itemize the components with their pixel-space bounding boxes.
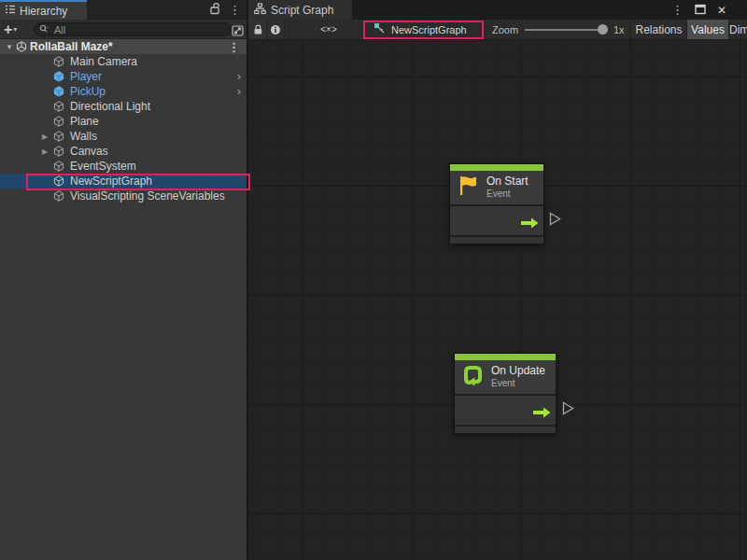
annotation-box-toolbar: [363, 21, 484, 39]
zoom-label: Zoom: [492, 24, 518, 35]
prefab-cube-icon: [53, 71, 64, 85]
script-graph-toolbar: <×> NewScriptGraph Zoom 1x Relations Val…: [248, 20, 747, 40]
foldout-collapsed-icon[interactable]: ▶: [42, 147, 48, 156]
tree-item-eventsystem[interactable]: EventSystem: [0, 159, 247, 174]
code-preview-button[interactable]: <×>: [312, 20, 345, 39]
hierarchy-tab-label: Hierarchy: [20, 5, 67, 18]
tree-item-label: Directional Light: [70, 100, 150, 113]
values-button[interactable]: Values: [687, 20, 728, 39]
tree-item-player[interactable]: Player ›: [0, 69, 247, 84]
hierarchy-tabstrip: Hierarchy ⋮: [0, 0, 247, 20]
dim-button[interactable]: Dim: [729, 20, 747, 39]
relations-button[interactable]: Relations: [631, 20, 686, 39]
node-subtitle: Event: [486, 189, 529, 200]
plus-icon: +: [4, 22, 12, 37]
tree-item-plane[interactable]: Plane: [0, 114, 247, 129]
unity-scene-icon: [16, 41, 27, 55]
node-on-update[interactable]: On Update Event: [454, 353, 557, 434]
tree-item-walls[interactable]: ▶ Walls: [0, 129, 247, 144]
search-icon: [39, 21, 49, 38]
node-header: On Start Event: [450, 171, 543, 204]
graph-hierarchy-icon: [254, 3, 266, 18]
gameobject-cube-icon: [53, 161, 64, 175]
scene-row[interactable]: ▼ RollaBall Maze* ⋮: [0, 39, 247, 54]
search-placeholder: All: [51, 24, 65, 35]
script-graph-tabstrip: Script Graph ⋮ ✕: [248, 0, 747, 20]
gameobject-cube-icon: [53, 56, 64, 70]
scene-foldout-icon[interactable]: ▼: [6, 43, 13, 51]
code-preview-glyph: <×>: [320, 24, 337, 35]
gameobject-cube-icon: [53, 101, 64, 115]
tree-item-label: Player: [70, 70, 102, 83]
gameobject-cube-icon: [53, 116, 64, 130]
toolbar-divider: [629, 20, 630, 39]
graph-lock-button[interactable]: [249, 20, 267, 39]
output-port-icon[interactable]: [549, 212, 561, 230]
zoom-value: 1x: [613, 24, 625, 35]
node-body: [450, 204, 543, 235]
close-icon[interactable]: ✕: [717, 4, 726, 17]
node-title: On Update: [491, 365, 545, 378]
node-footer: [450, 235, 543, 244]
tree-item-visualscripting-scenevariables[interactable]: VisualScripting SceneVariables: [0, 189, 247, 203]
tree-item-label: PickUp: [70, 85, 106, 98]
hierarchy-toolbar: + ▾ All: [0, 20, 247, 39]
tree-item-label: Walls: [70, 130, 97, 143]
gameobject-cube-icon: [53, 131, 64, 145]
gameobject-cube-icon: [53, 190, 64, 204]
hierarchy-search-input[interactable]: All: [34, 22, 232, 36]
graph-canvas[interactable]: [248, 40, 747, 560]
tree-item-label: Canvas: [70, 145, 108, 158]
tree-item-label: Plane: [70, 115, 99, 128]
prefab-children-chevron-icon[interactable]: ›: [237, 84, 241, 98]
node-header: On Update Event: [455, 360, 556, 394]
zoom-slider[interactable]: [525, 29, 607, 31]
tree-item-label: Main Camera: [70, 55, 137, 68]
panel-menu-icon[interactable]: ⋮: [671, 4, 684, 16]
tab-hierarchy[interactable]: Hierarchy: [0, 0, 87, 20]
scene-menu-icon[interactable]: ⋮: [228, 41, 240, 53]
scene-name: RollaBall Maze*: [30, 40, 113, 53]
tree-item-label: VisualScripting SceneVariables: [70, 189, 225, 203]
open-search-window-icon[interactable]: [231, 23, 244, 36]
node-color-bar: [455, 354, 556, 360]
node-title: On Start: [486, 175, 529, 189]
hierarchy-list-icon: [5, 4, 16, 18]
node-body: [455, 394, 556, 425]
node-subtitle: Event: [491, 378, 545, 389]
node-color-bar: [450, 164, 543, 171]
foldout-collapsed-icon[interactable]: ▶: [42, 133, 48, 141]
flag-icon: [457, 174, 480, 202]
unlock-icon[interactable]: [209, 2, 221, 19]
maximize-icon[interactable]: [695, 2, 706, 19]
tree-item-directional-light[interactable]: Directional Light: [0, 99, 247, 114]
zoom-slider-handle[interactable]: [598, 24, 608, 35]
unity-editor-window: Hierarchy ⋮ + ▾ All ▼ RollaBall Maze*: [0, 0, 747, 560]
flow-arrow-icon[interactable]: [521, 216, 539, 232]
info-button[interactable]: [267, 20, 285, 39]
tab-script-graph[interactable]: Script Graph: [248, 0, 352, 20]
hierarchy-menu-icon[interactable]: ⋮: [229, 4, 241, 16]
annotation-box-hierarchy: [26, 174, 250, 190]
output-port-icon[interactable]: [562, 401, 574, 419]
script-graph-tab-label: Script Graph: [271, 4, 333, 17]
tree-item-canvas[interactable]: ▶ Canvas: [0, 144, 247, 159]
tree-item-label: EventSystem: [70, 160, 136, 173]
create-object-button[interactable]: + ▾: [4, 20, 17, 39]
loop-icon: [461, 363, 485, 391]
flow-arrow-icon[interactable]: [533, 405, 551, 422]
prefab-children-chevron-icon[interactable]: ›: [237, 69, 241, 83]
tree-item-main-camera[interactable]: Main Camera: [0, 54, 247, 69]
prefab-cube-icon: [53, 86, 64, 100]
node-footer: [455, 425, 556, 433]
node-on-start[interactable]: On Start Event: [449, 163, 544, 245]
chevron-down-icon: ▾: [13, 25, 17, 34]
gameobject-cube-icon: [53, 146, 64, 160]
tree-item-pickup[interactable]: PickUp ›: [0, 84, 247, 99]
